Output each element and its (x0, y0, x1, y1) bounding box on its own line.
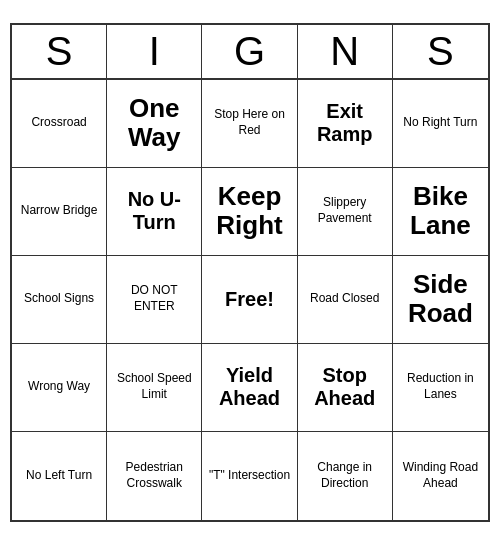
cell-label: No Right Turn (403, 115, 477, 131)
cell-label: Free! (225, 288, 274, 311)
bingo-cell: Keep Right (202, 168, 297, 256)
bingo-cell: Free! (202, 256, 297, 344)
bingo-card: SIGNS CrossroadOne WayStop Here on RedEx… (10, 23, 490, 522)
bingo-cell: No U-Turn (107, 168, 202, 256)
cell-label: No U-Turn (112, 188, 196, 234)
cell-label: Reduction in Lanes (398, 371, 483, 402)
bingo-cell: "T" Intersection (202, 432, 297, 520)
bingo-cell: School Speed Limit (107, 344, 202, 432)
cell-label: Exit Ramp (303, 100, 387, 146)
header-letter-s: S (12, 25, 107, 78)
cell-label: DO NOT ENTER (112, 283, 196, 314)
cell-label: Road Closed (310, 291, 379, 307)
header-letter-n: N (298, 25, 393, 78)
cell-label: Keep Right (207, 182, 291, 239)
header-letter-s: S (393, 25, 488, 78)
bingo-cell: Wrong Way (12, 344, 107, 432)
header-row: SIGNS (12, 25, 488, 80)
bingo-cell: Road Closed (298, 256, 393, 344)
bingo-cell: Stop Here on Red (202, 80, 297, 168)
cell-label: Winding Road Ahead (398, 460, 483, 491)
cell-label: School Speed Limit (112, 371, 196, 402)
cell-label: No Left Turn (26, 468, 92, 484)
cell-label: "T" Intersection (209, 468, 290, 484)
cell-label: Wrong Way (28, 379, 90, 395)
cell-label: Pedestrian Crosswalk (112, 460, 196, 491)
bingo-cell: One Way (107, 80, 202, 168)
bingo-cell: Narrow Bridge (12, 168, 107, 256)
cell-label: Narrow Bridge (21, 203, 98, 219)
bingo-cell: DO NOT ENTER (107, 256, 202, 344)
cell-label: Slippery Pavement (303, 195, 387, 226)
bingo-cell: No Left Turn (12, 432, 107, 520)
bingo-cell: School Signs (12, 256, 107, 344)
bingo-cell: Pedestrian Crosswalk (107, 432, 202, 520)
header-letter-g: G (202, 25, 297, 78)
cell-label: Crossroad (31, 115, 86, 131)
bingo-cell: Winding Road Ahead (393, 432, 488, 520)
cell-label: Stop Ahead (303, 364, 387, 410)
cell-label: Stop Here on Red (207, 107, 291, 138)
bingo-cell: Slippery Pavement (298, 168, 393, 256)
bingo-cell: Stop Ahead (298, 344, 393, 432)
bingo-cell: Crossroad (12, 80, 107, 168)
bingo-cell: Change in Direction (298, 432, 393, 520)
cell-label: Side Road (398, 270, 483, 327)
cell-label: Change in Direction (303, 460, 387, 491)
bingo-cell: Yield Ahead (202, 344, 297, 432)
header-letter-i: I (107, 25, 202, 78)
bingo-cell: Bike Lane (393, 168, 488, 256)
bingo-cell: Side Road (393, 256, 488, 344)
bingo-cell: Reduction in Lanes (393, 344, 488, 432)
cell-label: One Way (112, 94, 196, 151)
cell-label: Yield Ahead (207, 364, 291, 410)
bingo-grid: CrossroadOne WayStop Here on RedExit Ram… (12, 80, 488, 520)
cell-label: Bike Lane (398, 182, 483, 239)
bingo-cell: No Right Turn (393, 80, 488, 168)
bingo-cell: Exit Ramp (298, 80, 393, 168)
cell-label: School Signs (24, 291, 94, 307)
